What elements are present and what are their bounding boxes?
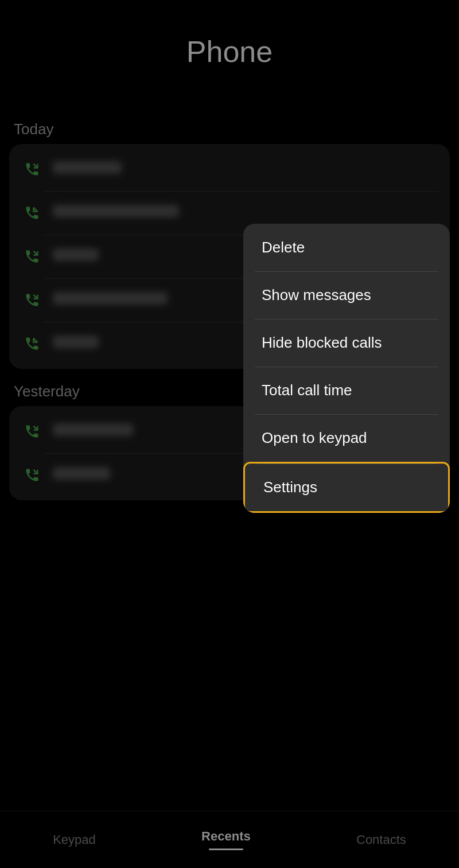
menu-item-open-to-keypad[interactable]: Open to keypad [243,414,450,462]
menu-item-delete[interactable]: Delete [243,224,450,271]
menu-item-total-call-time[interactable]: Total call time [243,367,450,414]
menu-item-show-messages[interactable]: Show messages [243,271,450,319]
context-menu: Delete Show messages Hide blocked calls … [243,224,450,513]
menu-item-settings[interactable]: Settings [243,462,450,513]
menu-item-hide-blocked-calls[interactable]: Hide blocked calls [243,319,450,367]
